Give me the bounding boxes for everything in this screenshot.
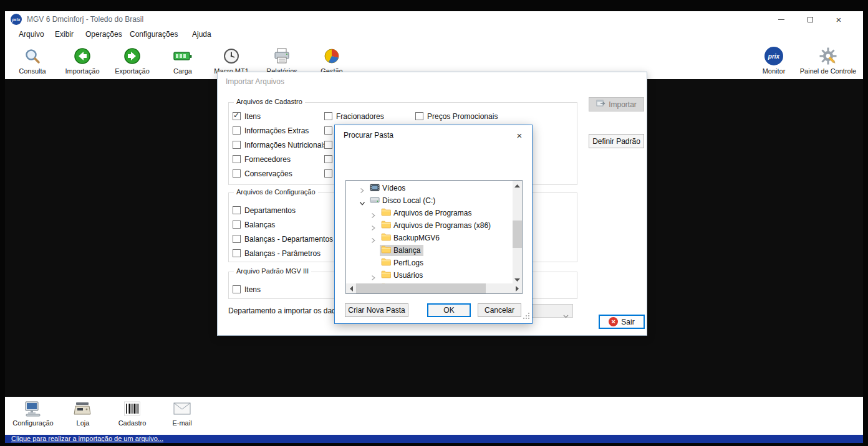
tree-item-backupmgv6[interactable]: BackupMGV6 [346,232,508,244]
menu-operacoes[interactable]: Operações [85,27,122,41]
toolbar-item-painel-de-controle[interactable]: Painel de Controle [798,46,858,75]
checkbox-box: ✓ [233,235,241,243]
menu-arquivo[interactable]: Arquivo [19,27,44,41]
statusbar-message: Clique para realizar a importação de um … [11,435,163,443]
chevron-down-icon [563,310,569,321]
tree-item-label: Balança [393,246,420,255]
minimize-button[interactable] [771,11,791,27]
toolbar-item-exportacao[interactable]: Exportação [110,46,155,75]
toolbar-label: Importação [60,67,105,75]
checkbox-precos-promocionais[interactable]: ✓ Preços Promocionais [415,112,498,121]
toolbar-item-importacao[interactable]: Importação [60,46,105,75]
checkbox-informacoes-nutricionais[interactable]: ✓ Informações Nutricionais [233,140,327,149]
checkbox-label: Balanças - Parâmetros [244,249,321,258]
checkbox-label: Itens [244,112,261,121]
close-window-button[interactable]: × [829,11,849,27]
toolbar-item-cadastro[interactable]: Cadastro [107,400,157,427]
scroll-left-arrow-icon[interactable] [346,283,356,293]
import-button[interactable]: Importar [589,97,644,112]
drive-icon [370,195,380,206]
resize-grip[interactable] [523,310,530,321]
checkbox-box: ✓ [324,169,332,178]
toolbar-label: Loja [58,419,108,427]
toolbar-label: Consulta [10,67,55,75]
prix-logo-icon: prix [11,14,22,25]
checkbox-itens-mgv3[interactable]: ✓ Itens [233,285,261,294]
toolbar-item-configuracao[interactable]: Configuração [8,400,58,427]
exit-x-icon: × [609,317,618,326]
tree-item-label: BackupMGV6 [393,234,440,242]
toolbar-item-relatorios[interactable]: Relatórios [259,46,304,75]
minimize-icon [778,19,784,20]
tree-item-videos[interactable]: Vídeos [346,182,508,194]
toolbar-item-monitor[interactable]: prix Monitor [751,46,796,75]
exit-button[interactable]: × Sair [599,315,645,329]
checkbox-informacoes-extras[interactable]: ✓ Informações Extras [233,126,309,135]
close-dialog-button[interactable]: × [511,128,528,143]
toolbar-item-consulta[interactable]: Consulta [10,46,55,75]
prix-logo-icon: prix [764,47,783,65]
checkbox-box: ✓ [324,112,332,120]
tree-item-balanca[interactable]: Balança [346,244,508,257]
toolbar-item-loja[interactable]: Loja [58,400,108,427]
titlebar: prix MGV 6 Dmcinforj - Toledo do Brasil … [5,11,863,27]
scroll-up-arrow-icon[interactable] [513,181,522,191]
menubar: Arquivo Exibir Operações Configurações A… [5,27,863,41]
envelope-icon [157,400,207,417]
tree-item-label: Disco Local (C:) [382,196,435,205]
cancel-label: Cancelar [485,306,514,315]
checkbox-fracionadores[interactable]: ✓ Fracionadores [324,112,384,121]
checkbox-box: ✓ [233,169,241,178]
checkbox-balancas[interactable]: ✓ Balanças [233,220,275,229]
checkbox-label: Preços Promocionais [427,112,498,121]
scroll-right-arrow-icon[interactable] [512,283,522,293]
checkbox-label: Itens [244,285,261,294]
menu-exibir[interactable]: Exibir [55,27,74,41]
checkbox-itens[interactable]: ✓ Itens [233,112,261,121]
checkbox-fornecedores[interactable]: ✓ Fornecedores [233,154,291,164]
toolbar-label: Carga [160,67,205,75]
tree-item-perflogs[interactable]: PerfLogs [346,257,508,269]
menu-ajuda[interactable]: Ajuda [192,27,211,41]
checkbox-box: ✓ [324,126,332,135]
horizontal-scrollbar[interactable] [346,283,522,293]
define-default-button[interactable]: Definir Padrão [589,134,644,148]
checkbox-label: Balanças [244,221,275,229]
toolbar-item-carga[interactable]: Carga [160,46,205,75]
menu-configuracoes[interactable]: Configurações [130,27,178,41]
toolbar-item-macro-mt1[interactable]: Macro MT1 [209,46,254,75]
cancel-button[interactable]: Cancelar [478,303,521,317]
videos-icon [370,183,380,194]
checkbox-balancas-departamentos[interactable]: ✓ Balanças - Departamentos Ass [233,234,347,244]
tree-item-arquivos-de-programas-x86[interactable]: Arquivos de Programas (x86) [346,219,508,232]
maximize-button[interactable] [800,11,820,27]
checkbox-conservacoes[interactable]: ✓ Conservações [233,169,292,178]
vertical-scroll-thumb[interactable] [513,221,522,248]
prix-monitor-icon: prix [751,46,796,66]
tree-item-label: Vídeos [382,184,405,192]
close-icon: × [517,131,523,140]
tree-item-usuarios[interactable]: Usuários [346,269,508,282]
folder-icon [381,245,391,256]
checkbox-label: Informações Nutricionais [244,141,327,149]
pie-chart-icon [309,46,354,66]
scale-icon [58,400,108,417]
maximize-icon [808,17,813,22]
checkbox-departamentos[interactable]: ✓ Departamentos [233,206,296,215]
computer-icon [8,400,58,417]
ok-button[interactable]: OK [427,303,471,317]
tree-item-arquivos-de-programas[interactable]: Arquivos de Programas [346,207,508,219]
toolbar-item-gestao[interactable]: Gestão [309,46,354,75]
close-icon: × [836,15,842,24]
new-folder-button[interactable]: Criar Nova Pasta [345,303,408,317]
horizontal-scroll-thumb[interactable] [356,283,486,293]
browse-folder-dialog: Procurar Pasta × Vídeos Disco Local (C:)… [334,125,533,324]
checkbox-balancas-parametros[interactable]: ✓ Balanças - Parâmetros [233,249,321,258]
checkbox-box: ✓ [233,206,241,214]
toolbar-label: Cadastro [107,419,157,427]
vertical-scrollbar[interactable] [513,181,522,285]
gear-pencil-icon [798,46,858,66]
toolbar-item-email[interactable]: E-mail [157,400,207,427]
tree-item-label: Arquivos de Programas (x86) [393,221,491,230]
tree-item-disco-local-c[interactable]: Disco Local (C:) [346,194,508,207]
